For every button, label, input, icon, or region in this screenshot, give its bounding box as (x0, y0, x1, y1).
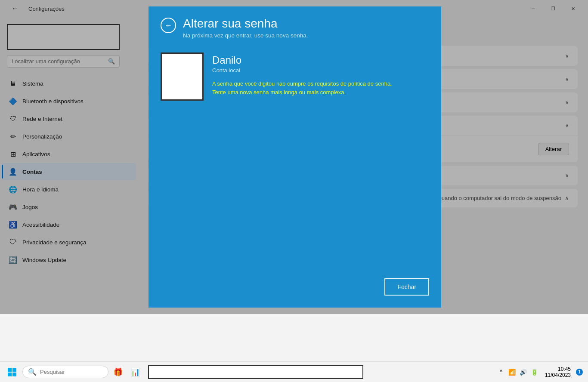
svg-rect-3 (12, 373, 16, 376)
svg-rect-1 (12, 368, 16, 372)
dialog-footer: Fechar (149, 270, 441, 308)
svg-rect-2 (8, 373, 12, 376)
user-account-type: Conta local (212, 67, 429, 74)
fechar-button[interactable]: Fechar (384, 278, 429, 296)
taskbar-search-icon: 🔍 (28, 368, 37, 376)
volume-icon[interactable]: 🔊 (518, 367, 529, 377)
svg-rect-0 (8, 368, 12, 372)
change-password-dialog: ← Alterar sua senha Na próxima vez que e… (149, 6, 441, 308)
taskbar-app-icon-1[interactable]: 🎁 (110, 364, 126, 380)
taskbar-search-box[interactable]: 🔍 (22, 366, 108, 378)
user-info: Danilo Conta local A senha que você digi… (212, 52, 429, 96)
policy-error-message: A senha que você digitou não cumpre os r… (212, 80, 402, 96)
dialog-title: Alterar sua senha (183, 17, 429, 31)
dialog-title-area: Alterar sua senha Na próxima vez que ent… (183, 17, 429, 39)
taskbar: 🔍 🎁 📊 ^ 📶 🔊 🔋 10:45 11/04/2023 1 (0, 361, 588, 382)
battery-icon[interactable]: 🔋 (529, 367, 540, 377)
dialog-header: ← Alterar sua senha Na próxima vez que e… (149, 6, 441, 46)
taskbar-text-input-field[interactable] (148, 365, 363, 379)
taskbar-app-icon-2[interactable]: 📊 (127, 364, 143, 380)
user-name: Danilo (212, 54, 429, 66)
taskbar-search-input[interactable] (40, 369, 100, 375)
taskbar-right: ^ 📶 🔊 🔋 10:45 11/04/2023 1 (496, 365, 585, 379)
avatar (161, 52, 204, 101)
start-button[interactable] (3, 364, 21, 381)
wifi-icon[interactable]: 📶 (507, 367, 517, 377)
clock-time: 10:45 (558, 366, 571, 372)
notification-badge[interactable]: 1 (576, 369, 583, 376)
dialog-back-button[interactable]: ← (161, 18, 176, 33)
system-tray: ^ 📶 🔊 🔋 (496, 367, 540, 377)
clock-area[interactable]: 10:45 11/04/2023 (542, 365, 573, 379)
clock-date: 11/04/2023 (545, 372, 571, 378)
dialog-subtitle: Na próxima vez que entrar, use sua nova … (183, 32, 429, 39)
tray-chevron-icon[interactable]: ^ (496, 367, 506, 377)
dialog-body: Danilo Conta local A senha que você digi… (149, 46, 441, 108)
windows-logo-icon (8, 368, 16, 376)
